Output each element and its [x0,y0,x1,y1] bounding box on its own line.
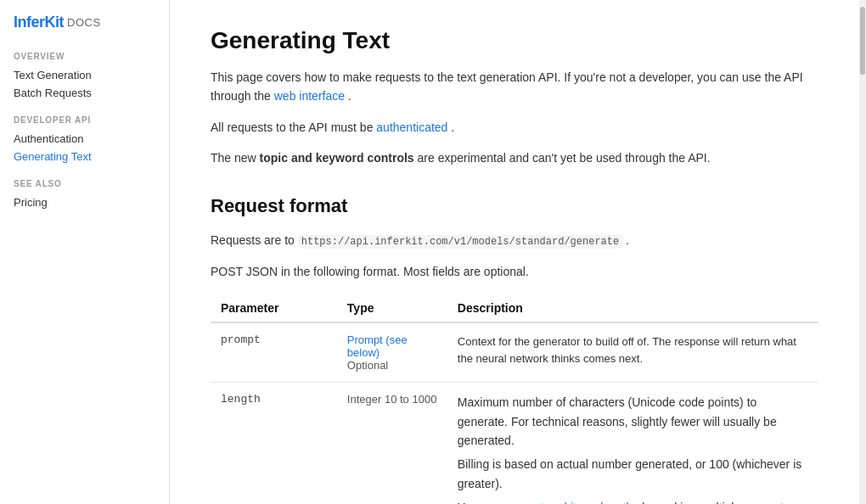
table-header-row: Parameter Type Description [211,294,818,322]
col-header-parameter: Parameter [211,294,337,322]
sidebar-item-batch-requests[interactable]: Batch Requests [14,84,155,102]
param-desc-prompt: Context for the generator to build off o… [447,322,818,383]
intro-p3-text-before: The new [211,151,260,165]
request-format-p1-before: Requests are to [211,233,298,247]
table-row-length: length Integer 10 to 1000 Maximum number… [211,383,818,504]
param-type-length: Integer 10 to 1000 [337,383,447,504]
length-desc-p1: Maximum number of characters (Unicode co… [458,393,808,450]
sidebar-item-authentication[interactable]: Authentication [14,130,155,148]
arbitrary-lengths-link[interactable]: generate arbitrary lengths [503,501,639,504]
sidebar: InferKit DOCS OVERVIEW Text Generation B… [0,0,170,504]
intro-paragraph-2: All requests to the API must be authenti… [211,118,818,137]
intro-p1-text-after: . [348,89,351,103]
sidebar-item-pricing[interactable]: Pricing [14,193,155,211]
logo-brand[interactable]: InferKit [14,14,64,31]
intro-p3-bold: topic and keyword controls [260,151,414,165]
request-format-p1-after: . [626,233,629,247]
scrollbar-track [859,0,866,504]
sidebar-section-developer-api: DEVELOPER API [14,115,155,125]
intro-p2-text-after: . [451,120,454,134]
length-desc-p2: Billing is based on actual number genera… [458,455,808,493]
prompt-link[interactable]: Prompt (see below) [347,333,408,359]
col-header-type: Type [337,294,447,322]
scrollbar-thumb[interactable] [860,7,865,75]
sidebar-section-overview: OVERVIEW [14,52,155,61]
intro-paragraph-1: This page covers how to make requests to… [211,68,818,106]
param-type-prompt: Prompt (see below) Optional [337,322,447,383]
intro-p3-text-after: are experimental and can't yet be used t… [418,151,711,165]
intro-paragraph-3: The new topic and keyword controls are e… [211,148,818,167]
page-title: Generating Text [211,27,818,54]
sidebar-item-text-generation[interactable]: Text Generation [14,66,155,84]
param-optional-label: Optional [347,359,388,372]
web-interface-link[interactable]: web interface [274,89,345,103]
length-desc-p3-before: You can [458,501,503,504]
api-url: https://api.inferkit.com/v1/models/stand… [298,235,622,249]
parameters-table: Parameter Type Description prompt Prompt… [211,294,818,504]
param-name-prompt: prompt [211,322,337,383]
sidebar-item-generating-text[interactable]: Generating Text [14,148,155,165]
table-row-prompt: prompt Prompt (see below) Optional Conte… [211,322,818,383]
logo-docs: DOCS [67,16,101,29]
col-header-description: Description [447,294,818,322]
main-content: Generating Text This page covers how to … [170,0,859,504]
length-desc-p3: You can generate arbitrary lengths by ma… [458,498,808,504]
request-format-paragraph-1: Requests are to https://api.inferkit.com… [211,231,818,250]
request-format-paragraph-2: POST JSON in the following format. Most … [211,262,818,281]
intro-p2-text-before: All requests to the API must be [211,120,376,134]
request-format-heading: Request format [211,195,818,217]
sidebar-section-see-also: SEE ALSO [14,179,155,188]
authenticated-link[interactable]: authenticated [376,120,447,134]
logo: InferKit DOCS [14,14,155,31]
length-desc-p3-after: by making multiple requests. [642,501,792,504]
param-desc-length: Maximum number of characters (Unicode co… [447,383,818,504]
param-name-length: length [211,383,337,504]
